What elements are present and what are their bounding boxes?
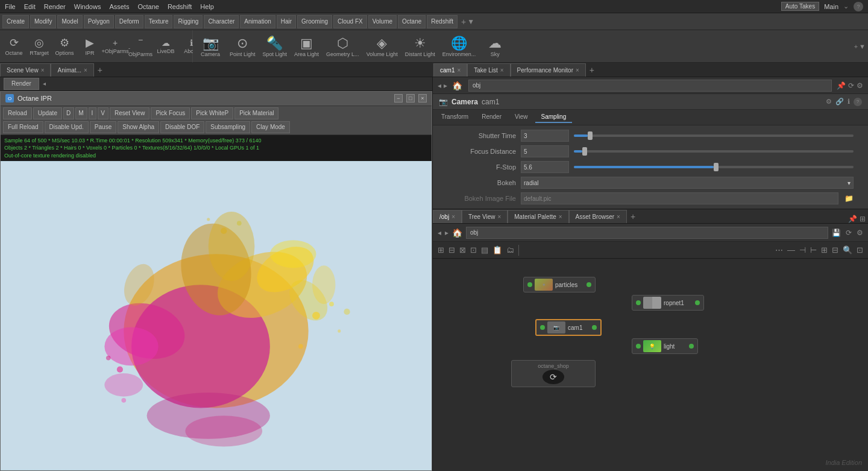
help-icon[interactable]: ? xyxy=(854,2,863,11)
performance-tab-close[interactable]: × xyxy=(576,67,579,74)
scene-view-tab-close[interactable]: × xyxy=(41,67,45,74)
shelf-hair[interactable]: Hair xyxy=(277,15,296,28)
octane-tool[interactable]: ⟳ Octane xyxy=(2,35,25,57)
light-camera-item[interactable]: 📷 Camera xyxy=(195,34,225,58)
node-tab-asset[interactable]: Asset Browser × xyxy=(569,210,627,223)
camera-link-icon[interactable]: 🔗 xyxy=(835,98,844,106)
shutter-time-slider[interactable] xyxy=(574,134,854,137)
node-icon-4[interactable]: ⊡ xyxy=(469,244,478,256)
ipr-reset-view-btn[interactable]: Reset View xyxy=(110,107,149,119)
take-list-tab-close[interactable]: × xyxy=(500,67,504,74)
camera-tab-view[interactable]: View xyxy=(509,112,534,123)
bokeh-file-browse-icon[interactable]: 📁 xyxy=(844,194,854,203)
options-tool[interactable]: ⚙ Options xyxy=(53,35,76,57)
shelf-right-dropdown-icon[interactable]: ▼ xyxy=(859,43,866,50)
camera-tab-sampling[interactable]: Sampling xyxy=(535,112,573,123)
node-icon-8[interactable]: ⋯ xyxy=(774,244,784,256)
shelf-model[interactable]: Model xyxy=(57,15,82,28)
menu-render[interactable]: Render xyxy=(44,3,66,10)
shelf-animation[interactable]: Animation xyxy=(240,15,275,28)
animat-tab-close[interactable]: × xyxy=(84,67,87,74)
node-icon-1[interactable]: ⊞ xyxy=(436,244,445,256)
node-icon-6[interactable]: 📋 xyxy=(491,244,503,256)
node-icon-12[interactable]: ⊞ xyxy=(820,244,829,256)
node-path-input[interactable] xyxy=(466,227,828,239)
node-search-icon[interactable]: 🔍 xyxy=(841,244,854,256)
camera-tab-transform[interactable]: Transform xyxy=(435,112,474,123)
node-layout-icon[interactable]: ⊞ xyxy=(860,215,866,223)
ipr-m-btn[interactable]: M xyxy=(75,107,87,119)
spot-light-item[interactable]: 🔦 Spot Light xyxy=(260,34,291,58)
sky-item[interactable]: ☁ Sky xyxy=(480,34,510,58)
node-cam1[interactable]: 📷 cam1 xyxy=(535,319,602,336)
camera-help-icon[interactable]: ? xyxy=(854,98,862,106)
volume-light-item[interactable]: ◈ Volume Light xyxy=(363,34,401,58)
shelf-add-icon[interactable]: + xyxy=(461,17,466,27)
cam-nav-forward[interactable]: ▸ xyxy=(444,81,447,90)
node-obj-tab-close[interactable]: × xyxy=(451,213,455,220)
node-icon-7[interactable]: 🗂 xyxy=(505,244,515,256)
distant-light-item[interactable]: ☀ Distant Light xyxy=(402,34,438,58)
cam-refresh-icon[interactable]: ⟳ xyxy=(848,81,854,90)
menu-redshift[interactable]: Redshift xyxy=(168,3,192,10)
shelf-character[interactable]: Character xyxy=(204,15,239,28)
node-back-icon[interactable]: ◂ xyxy=(436,227,442,238)
area-light-item[interactable]: ▣ Area Light xyxy=(291,34,322,58)
node-save-icon[interactable]: 💾 xyxy=(831,227,842,238)
shelf-rigging[interactable]: Rigging xyxy=(174,15,203,28)
node-tab-add[interactable]: + xyxy=(627,210,639,223)
node-settings-icon[interactable]: ⚙ xyxy=(855,227,864,238)
shelf-create[interactable]: Create xyxy=(2,15,29,28)
shelf-grooming[interactable]: Grooming xyxy=(297,15,332,28)
ipr-pick-focus-btn[interactable]: Pick Focus xyxy=(151,107,190,119)
ipr-update-btn[interactable]: Update xyxy=(33,107,62,119)
render-button[interactable]: Render xyxy=(4,78,39,90)
auto-takes-button[interactable]: Auto Takes xyxy=(781,2,819,11)
camera-tab-render[interactable]: Render xyxy=(476,112,508,123)
shelf-cloudfx[interactable]: Cloud FX xyxy=(333,15,367,28)
scene-view-tab[interactable]: Scene View × xyxy=(0,63,51,77)
camera-info-icon[interactable]: ℹ xyxy=(848,98,850,106)
node-forward-icon[interactable]: ▸ xyxy=(444,227,450,238)
shelf-deform[interactable]: Deform xyxy=(115,15,143,28)
node-icon-9[interactable]: — xyxy=(786,244,796,256)
node-light[interactable]: 💡 light xyxy=(632,338,698,354)
environment-light-item[interactable]: 🌐 Environmen... xyxy=(439,34,479,58)
ipr-pick-material-btn[interactable]: Pick Material xyxy=(234,107,278,119)
main-dropdown-icon[interactable]: ⌄ xyxy=(843,2,849,10)
ipr-subsampling-btn[interactable]: Subsampling xyxy=(206,121,250,133)
node-pin-icon[interactable]: 📌 xyxy=(848,215,857,223)
shelf-dropdown-icon[interactable]: ▼ xyxy=(467,17,474,26)
ipr-d-btn[interactable]: D xyxy=(63,107,74,119)
node-icon-11[interactable]: ⊢ xyxy=(809,244,818,256)
geometry-light-item[interactable]: ⬡ Geometry L... xyxy=(323,34,362,58)
menu-assets[interactable]: Assets xyxy=(109,3,129,10)
node-icon-3[interactable]: ⊠ xyxy=(458,244,467,256)
cam1-tab[interactable]: cam1 × xyxy=(433,63,467,77)
shelf-texture[interactable]: Texture xyxy=(145,15,173,28)
node-asset-tab-close[interactable]: × xyxy=(617,213,620,220)
ipr-disable-upd-btn[interactable]: Disable Upd. xyxy=(45,121,89,133)
animat-tab[interactable]: Animat... × xyxy=(51,63,93,77)
render-dropdown-icon[interactable]: ◂ xyxy=(43,80,46,87)
right-tab-add[interactable]: + xyxy=(586,63,598,77)
ipr-pause-btn[interactable]: Pause xyxy=(90,121,116,133)
ipr-minimize-btn[interactable]: − xyxy=(394,94,403,103)
shelf-redshift[interactable]: Redshift xyxy=(427,15,458,28)
node-icon-10[interactable]: ⊣ xyxy=(798,244,807,256)
node-ropnet1[interactable]: ropnet1 xyxy=(632,295,704,311)
menu-edit[interactable]: Edit xyxy=(24,3,36,10)
ipr-reload-btn[interactable]: Reload xyxy=(3,107,32,119)
ipr-close-btn[interactable]: × xyxy=(418,94,427,103)
camera-gear-icon[interactable]: ⚙ xyxy=(826,98,832,106)
ipr-maximize-btn[interactable]: □ xyxy=(406,94,415,103)
minus-obj-tool[interactable]: − -ObjParms xyxy=(129,34,152,58)
menu-file[interactable]: File xyxy=(5,3,16,10)
node-icon-2[interactable]: ⊟ xyxy=(447,244,456,256)
node-tree-tab-close[interactable]: × xyxy=(497,213,501,220)
ipr-clay-mode-btn[interactable]: Clay Mode xyxy=(251,121,290,133)
ipr-tool[interactable]: ▶ IPR xyxy=(78,35,101,57)
shelf-polygon[interactable]: Polygon xyxy=(84,15,114,28)
shelf-volume[interactable]: Volume xyxy=(368,15,397,28)
node-octane-shop[interactable]: octane_shop ⟳ xyxy=(511,360,596,387)
